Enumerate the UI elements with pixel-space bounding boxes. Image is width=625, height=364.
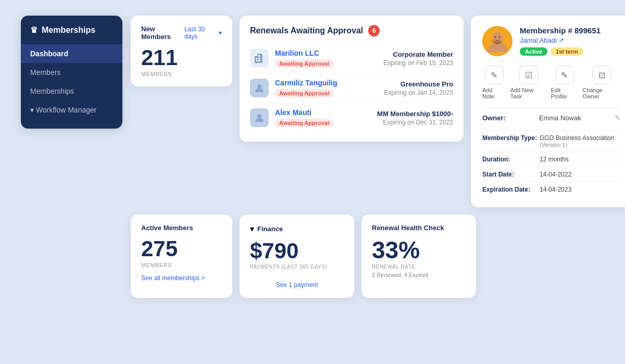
new-members-count: 211: [141, 47, 222, 69]
active-members-count: 275: [141, 238, 222, 260]
renewal-name[interactable]: Alex Mauti: [275, 108, 371, 117]
finance-header: ▾ Finance: [250, 224, 344, 234]
membership-type-sub: (Version 1): [540, 142, 614, 148]
finance-chevron-icon: ▾: [250, 224, 254, 234]
person-avatar-icon: [250, 108, 269, 127]
see-all-memberships-link[interactable]: See all memberships >: [141, 274, 222, 282]
active-members-header: Active Members: [141, 224, 222, 232]
member-header: Membership # 899651 Jamal Abadi ↗ Active…: [482, 26, 621, 56]
health-detail: 2 Renewed, 4 Expired: [372, 272, 466, 278]
sidebar-item-memberships[interactable]: Memberships: [21, 82, 122, 101]
renewal-type-name: MM Membership $1000-: [377, 110, 453, 118]
status-term-badge: 1st term: [551, 47, 583, 56]
svg-point-12: [499, 36, 501, 38]
table-row[interactable]: Carmiliz Tanguilig Awaiting Approval Gre…: [250, 73, 453, 103]
change-owner-button[interactable]: ⊡ Change Owner: [582, 66, 621, 99]
renewal-expiry: Expiring on Jan 14, 2023: [384, 89, 453, 96]
chevron-down-icon: ▾: [219, 29, 222, 36]
health-card: Renewal Health Check 33% RENEWAL RATE 2 …: [361, 215, 476, 298]
renewals-count-badge: 6: [368, 25, 380, 36]
renewal-expiry: Expiring on Feb 15, 2023: [383, 59, 453, 67]
status-active-badge: Active: [520, 47, 547, 56]
member-info: Membership # 899651 Jamal Abadi ↗ Active…: [520, 26, 621, 56]
awaiting-badge: Awaiting Approval: [275, 59, 333, 68]
membership-number: Membership # 899651: [520, 26, 621, 35]
sidebar-brand: ♛ Memberships: [21, 25, 122, 44]
member-name-link[interactable]: Jamal Abadi ↗: [520, 36, 621, 44]
sidebar-item-dashboard[interactable]: Dashboard: [21, 44, 122, 63]
person-avatar-icon: [250, 79, 269, 97]
expiration-row: Expiration Date: 14-04-2023: [482, 182, 621, 197]
dropdown-arrow-icon: ▾: [30, 106, 34, 114]
sidebar-brand-label: Memberships: [42, 26, 95, 35]
new-members-header: New Members Last 30 days ▾: [141, 25, 222, 41]
owner-label: Owner:: [482, 114, 506, 122]
membership-type-row: Membership Type: GGD Business Associatio…: [482, 130, 621, 152]
new-members-title: New Members: [141, 25, 184, 41]
renewal-type: Greenhouse Pro Expiring on Jan 14, 2023: [384, 80, 453, 96]
start-date-value: 14-04-2022: [540, 171, 571, 178]
top-row: New Members Last 30 days ▾ 211 MEMBERS R…: [131, 16, 625, 207]
renewal-info: Marilion LLC Awaiting Approval: [275, 49, 377, 68]
add-note-button[interactable]: ✎ Add Note: [482, 66, 506, 99]
renewal-name[interactable]: Marilion LLC: [275, 49, 377, 57]
start-date-row: Start Date: 14-04-2022: [482, 167, 621, 182]
avatar: [482, 26, 512, 56]
add-task-icon: ☑: [519, 66, 538, 84]
awaiting-badge: Awaiting Approval: [275, 89, 333, 97]
company-avatar-icon: [250, 49, 269, 68]
active-members-card: Active Members 275 MEMBERS See all membe…: [131, 215, 232, 298]
change-owner-icon: ⊡: [592, 66, 611, 84]
membership-type-value: GGD Business Association (Version 1): [540, 134, 614, 148]
member-detail-card: Membership # 899651 Jamal Abadi ↗ Active…: [471, 16, 625, 207]
svg-point-8: [257, 114, 261, 118]
svg-rect-4: [258, 58, 260, 59]
health-percent: 33%: [372, 238, 466, 262]
membership-type-label: Membership Type:: [482, 134, 540, 142]
see-payments-link[interactable]: See 1 payment: [250, 281, 344, 288]
edit-owner-icon[interactable]: ✎: [615, 114, 621, 122]
sidebar: ♛ Memberships Dashboard Members Membersh…: [21, 16, 122, 129]
new-members-period[interactable]: Last 30 days ▾: [184, 26, 222, 40]
duration-value: 12 months: [540, 156, 569, 163]
table-row[interactable]: Alex Mauti Awaiting Approval MM Membersh…: [250, 103, 453, 132]
renewals-card: Renewals Awaiting Approval 6: [240, 16, 464, 142]
start-date-label: Start Date:: [482, 171, 540, 178]
svg-point-11: [495, 36, 496, 38]
table-row[interactable]: Marilion LLC Awaiting Approval Corporate…: [250, 44, 453, 73]
awaiting-badge: Awaiting Approval: [275, 119, 333, 127]
renewal-type-name: Greenhouse Pro: [384, 80, 453, 88]
sidebar-item-workflow[interactable]: ▾ Workflow Manager: [21, 101, 122, 119]
expiration-label: Expiration Date:: [482, 186, 540, 193]
renewal-expiry: Expiring on Dec 31, 2022: [377, 119, 453, 126]
owner-value: Emma Nowak: [539, 114, 581, 122]
sidebar-item-members[interactable]: Members: [21, 63, 122, 82]
status-badges: Active 1st term: [520, 47, 621, 56]
edit-profile-button[interactable]: ✎ Edit Profile: [551, 66, 578, 99]
expiration-value: 14-04-2023: [540, 186, 571, 193]
finance-amount: $790: [250, 240, 344, 262]
membership-type-link[interactable]: GGD Business Association: [540, 134, 614, 142]
renewal-name[interactable]: Carmiliz Tanguilig: [275, 79, 378, 87]
member-actions: ✎ Add Note ☑ Add New Task ✎ Edit Profile…: [482, 66, 621, 99]
renewal-info: Carmiliz Tanguilig Awaiting Approval: [275, 79, 378, 97]
renewals-header: Renewals Awaiting Approval 6: [250, 25, 453, 36]
finance-title: Finance: [257, 225, 283, 233]
bottom-row: Active Members 275 MEMBERS See all membe…: [131, 215, 625, 298]
sidebar-item-workflow-label: Workflow Manager: [36, 106, 96, 114]
renewal-type: MM Membership $1000- Expiring on Dec 31,…: [377, 110, 453, 126]
main-container: ♛ Memberships Dashboard Members Membersh…: [0, 0, 625, 364]
external-link-icon: ↗: [558, 36, 564, 44]
active-members-title: Active Members: [141, 224, 193, 232]
add-task-button[interactable]: ☑ Add New Task: [510, 66, 547, 99]
right-area: New Members Last 30 days ▾ 211 MEMBERS R…: [131, 16, 625, 298]
duration-label: Duration:: [482, 156, 540, 163]
edit-profile-icon: ✎: [555, 66, 574, 84]
finance-card: ▾ Finance $790 PAYMENTS (LAST 365 DAYS) …: [240, 215, 354, 298]
crown-icon: ♛: [30, 25, 38, 35]
svg-rect-2: [256, 58, 257, 59]
add-note-icon: ✎: [485, 66, 504, 84]
finance-sublabel: PAYMENTS (LAST 365 DAYS): [250, 264, 344, 270]
new-members-card: New Members Last 30 days ▾ 211 MEMBERS: [131, 16, 232, 86]
active-members-label: MEMBERS: [141, 262, 222, 268]
